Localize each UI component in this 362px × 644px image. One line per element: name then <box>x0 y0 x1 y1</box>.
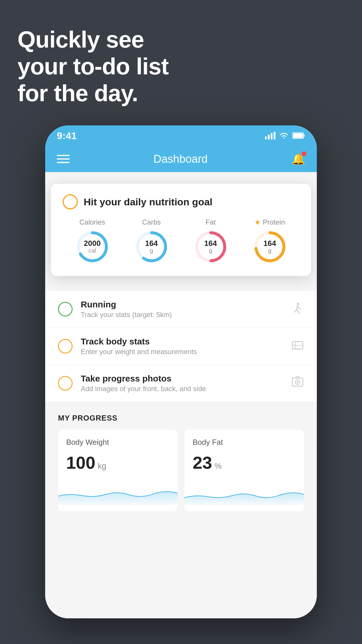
svg-rect-5 <box>303 134 305 137</box>
svg-point-20 <box>297 381 298 383</box>
carbs-unit: g <box>145 247 158 254</box>
phone-mockup: 9:41 D <box>45 125 317 618</box>
body-fat-number: 23 <box>193 453 212 473</box>
battery-icon <box>292 132 305 139</box>
calories-donut: 2000 cal <box>75 229 110 264</box>
fat-unit: g <box>204 247 217 254</box>
todo-item-body-stats[interactable]: Track body stats Enter your weight and m… <box>45 328 317 365</box>
carbs-donut: 164 g <box>134 229 169 264</box>
hero-headline: Quickly see your to-do list for the day. <box>17 26 168 107</box>
body-weight-unit: kg <box>98 461 106 471</box>
fat-donut: 164 g <box>193 229 228 264</box>
signal-icon <box>265 132 275 139</box>
body-fat-title: Body Fat <box>193 438 296 447</box>
todo-sub-photos: Add images of your front, back, and side <box>81 385 283 393</box>
star-icon: ★ <box>254 218 261 226</box>
body-weight-card[interactable]: Body Weight 100 kg <box>58 430 178 511</box>
status-bar: 9:41 <box>45 125 317 146</box>
carbs-label: Carbs <box>142 218 161 226</box>
nutrition-card: Hit your daily nutrition goal Calories 2… <box>51 184 311 276</box>
todo-title-body-stats: Track body stats <box>81 337 283 346</box>
notification-bell[interactable]: 🔔 <box>291 153 305 165</box>
nutrition-row: Calories 2000 cal Carbs <box>63 218 299 264</box>
body-fat-chart <box>184 482 304 505</box>
todo-text-photos: Take progress photos Add images of your … <box>81 374 283 393</box>
todo-circle-photos <box>58 376 73 391</box>
body-fat-value-row: 23 % <box>193 453 296 473</box>
body-fat-card[interactable]: Body Fat 23 % <box>184 430 304 511</box>
todo-text-body-stats: Track body stats Enter your weight and m… <box>81 337 283 356</box>
nutrition-carbs: Carbs 164 g <box>134 218 169 264</box>
calories-value: 2000 <box>84 239 101 247</box>
progress-section-label: MY PROGRESS <box>58 414 304 423</box>
content-area: THINGS TO DO TODAY Hit your daily nutrit… <box>45 172 317 618</box>
calories-label: Calories <box>79 218 105 226</box>
todo-list: Running Track your stats (target: 5km) T… <box>45 291 317 402</box>
nutrition-fat: Fat 164 g <box>193 218 228 264</box>
body-weight-value-row: 100 kg <box>66 453 169 473</box>
progress-section: MY PROGRESS Body Weight 100 kg <box>45 402 317 517</box>
body-fat-unit: % <box>215 461 222 471</box>
todo-circle-body-stats <box>58 339 73 354</box>
nutrition-calories: Calories 2000 cal <box>75 218 110 264</box>
wifi-icon <box>279 132 289 139</box>
app-header: Dashboard 🔔 <box>45 146 317 172</box>
nutrition-card-title: Hit your daily nutrition goal <box>84 196 212 208</box>
todo-title-photos: Take progress photos <box>81 374 283 384</box>
todo-item-running[interactable]: Running Track your stats (target: 5km) <box>45 291 317 328</box>
nutrition-check-circle[interactable] <box>63 194 78 209</box>
status-icons <box>265 132 305 139</box>
fat-label: Fat <box>205 218 216 226</box>
photos-icon <box>291 376 304 391</box>
fat-value: 164 <box>204 239 217 247</box>
protein-value: 164 <box>263 239 276 247</box>
protein-donut: 164 g <box>252 229 287 264</box>
protein-label: ★ Protein <box>254 218 285 226</box>
protein-unit: g <box>263 247 276 254</box>
body-weight-chart <box>58 482 178 505</box>
todo-title-running: Running <box>81 300 283 309</box>
calories-unit: cal <box>84 247 101 254</box>
carbs-value: 164 <box>145 239 158 247</box>
body-weight-number: 100 <box>66 453 95 473</box>
body-weight-title: Body Weight <box>66 438 169 447</box>
notification-dot <box>302 151 306 156</box>
todo-text-running: Running Track your stats (target: 5km) <box>81 300 283 319</box>
svg-rect-6 <box>293 133 303 138</box>
hamburger-menu[interactable] <box>57 155 70 163</box>
header-title: Dashboard <box>154 153 208 165</box>
todo-circle-running <box>58 302 73 316</box>
todo-sub-body-stats: Enter your weight and measurements <box>81 348 283 356</box>
todo-sub-running: Track your stats (target: 5km) <box>81 311 283 319</box>
running-icon <box>291 302 304 317</box>
svg-rect-0 <box>265 136 267 139</box>
body-stats-icon <box>291 339 304 354</box>
todo-item-photos[interactable]: Take progress photos Add images of your … <box>45 365 317 402</box>
svg-rect-3 <box>274 132 275 139</box>
svg-rect-1 <box>268 135 270 139</box>
nutrition-protein: ★ Protein 164 g <box>252 218 287 264</box>
svg-rect-2 <box>271 133 273 139</box>
status-time: 9:41 <box>57 130 77 141</box>
progress-cards: Body Weight 100 kg <box>58 430 304 511</box>
